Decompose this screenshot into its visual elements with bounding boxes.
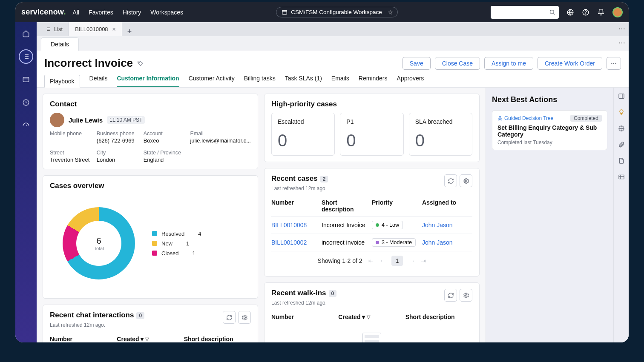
walkins-refresh-button[interactable]	[444, 289, 457, 302]
rail-gauge-icon[interactable]	[19, 118, 33, 133]
chevron-down-icon: ▾	[141, 336, 144, 342]
contact-avatar	[50, 113, 64, 127]
user-avatar[interactable]	[612, 7, 623, 17]
walkins-col-number[interactable]: Number	[271, 314, 338, 320]
tab-details[interactable]: Details	[89, 75, 108, 87]
svg-rect-15	[498, 119, 500, 120]
svg-rect-17	[619, 94, 624, 98]
donut-chart: 6 Total	[63, 207, 135, 279]
rail-clock-icon[interactable]	[19, 95, 33, 110]
walkins-col-created[interactable]: Created ▾ ▽	[338, 314, 405, 320]
nav-history[interactable]: History	[123, 9, 141, 16]
chat-col-created[interactable]: Created ▾ ▽	[117, 336, 184, 342]
walkins-refreshed: Last refreshed 12m ago.	[271, 300, 472, 306]
tab-billing-tasks[interactable]: Billing tasks	[244, 75, 276, 87]
rail-attachment-icon[interactable]	[618, 140, 625, 148]
chat-col-number[interactable]: Number	[50, 336, 117, 342]
more-actions-button[interactable]	[607, 57, 621, 70]
walkins-count-badge: 0	[329, 290, 337, 297]
case-sd: Incorrect Invoice	[322, 222, 372, 228]
chat-settings-button[interactable]	[238, 311, 251, 324]
tab-record-label: BILL0010008	[75, 26, 108, 32]
tag-icon[interactable]	[137, 60, 144, 67]
help-icon[interactable]	[582, 9, 589, 16]
stat-escalated: Escalated0	[271, 113, 335, 156]
col-number[interactable]: Number	[271, 199, 322, 213]
pager-page: 1	[391, 256, 403, 266]
legend-new-val: 1	[186, 240, 189, 247]
tab-approvers[interactable]: Approvers	[397, 75, 424, 87]
nav-all[interactable]: All	[73, 9, 80, 16]
tab-task-slas[interactable]: Task SLAs (1)	[285, 75, 322, 87]
svg-rect-19	[619, 175, 624, 179]
frame: List BILL0010008 × + ⋯ Details ⋯ Incorre…	[15, 22, 629, 342]
recent-settings-button[interactable]	[460, 174, 472, 187]
svg-rect-14	[500, 117, 501, 118]
pager-last-icon[interactable]: ⇥	[421, 257, 426, 264]
recent-cases-title: Recent cases2	[271, 174, 328, 183]
create-work-order-button[interactable]: Create Work Order	[538, 57, 602, 70]
workspace-pill[interactable]: CSM/FSM Configurable Workspace ☆	[276, 7, 398, 17]
scroll-area[interactable]: Contact Julie Lewis 11:10 AM PST Mobile …	[37, 88, 486, 342]
col-assigned[interactable]: Assigned to	[422, 199, 472, 213]
globe-icon[interactable]	[566, 9, 574, 16]
tab-record[interactable]: BILL0010008 ×	[69, 22, 122, 36]
list-icon	[45, 26, 51, 32]
case-link[interactable]: BILL0010008	[271, 222, 322, 228]
rail-globe-icon[interactable]	[618, 124, 625, 132]
tabs-overflow-icon[interactable]: ⋯	[618, 25, 625, 33]
rail-home-icon[interactable]	[19, 26, 33, 41]
case-link[interactable]: BILL0010002	[271, 239, 322, 246]
contact-name: Julie Lewis	[69, 117, 103, 124]
right-icon-rail	[613, 88, 629, 342]
page-title-text: Incorrect Invoice	[44, 57, 133, 70]
walkins-col-sd[interactable]: Short description	[405, 314, 472, 320]
rail-panel-icon[interactable]	[618, 92, 625, 100]
nba-card[interactable]: Guided Decision Tree Completed Set Billi…	[492, 110, 607, 150]
recent-count-badge: 2	[320, 176, 328, 182]
nav-favorites[interactable]: Favorites	[89, 9, 113, 16]
pager-next-icon[interactable]: →	[409, 257, 415, 264]
chat-col-sd[interactable]: Short description	[184, 336, 251, 342]
col-priority[interactable]: Priority	[372, 199, 422, 213]
filter-icon: ▽	[145, 336, 149, 342]
subtab-details[interactable]: Details	[41, 37, 79, 51]
header-utilities	[566, 7, 623, 17]
tab-customer-information[interactable]: Customer Information	[117, 75, 179, 87]
chat-refresh-button[interactable]	[223, 311, 236, 324]
rail-list-icon[interactable]	[19, 49, 33, 64]
donut-total-label: Total	[94, 246, 104, 251]
save-button[interactable]: Save	[402, 57, 431, 70]
bell-icon[interactable]	[597, 9, 605, 16]
pager-first-icon[interactable]: ⇤	[368, 257, 374, 264]
subtabs-overflow-icon[interactable]: ⋯	[618, 39, 625, 47]
table-row[interactable]: BILL0010008 Incorrect Invoice 4 - Low Jo…	[271, 217, 472, 234]
rail-document-icon[interactable]	[618, 157, 625, 164]
pager-prev-icon[interactable]: ←	[380, 257, 385, 264]
col-sd[interactable]: Short description	[322, 199, 372, 213]
recent-refresh-button[interactable]	[444, 174, 457, 187]
tab-emails[interactable]: Emails	[331, 75, 349, 87]
global-search[interactable]	[491, 6, 559, 19]
rail-inbox-icon[interactable]	[19, 72, 33, 87]
tab-reminders[interactable]: Reminders	[359, 75, 388, 87]
assignee-link[interactable]: John Jason	[422, 239, 472, 246]
assign-to-me-button[interactable]: Assign to me	[484, 57, 533, 70]
tab-customer-activity[interactable]: Customer Activity	[189, 75, 235, 87]
tab-playbook[interactable]: Playbook	[44, 75, 80, 88]
rail-grid-icon[interactable]	[618, 173, 625, 180]
star-icon[interactable]: ☆	[388, 9, 393, 16]
swatch-new	[152, 241, 157, 246]
svg-point-10	[615, 63, 616, 63]
nba-status-badge: Completed	[570, 115, 602, 122]
walkins-settings-button[interactable]	[460, 289, 472, 302]
table-row[interactable]: BILL0010002 incorrect invoice 3 - Modera…	[271, 234, 472, 251]
nav-workspaces[interactable]: Workspaces	[150, 9, 183, 16]
rail-bulb-icon[interactable]	[618, 108, 625, 116]
contact-card: Contact Julie Lewis 11:10 AM PST Mobile …	[43, 94, 258, 169]
assignee-link[interactable]: John Jason	[422, 222, 472, 228]
tab-list[interactable]: List	[39, 22, 69, 36]
add-tab-button[interactable]: +	[122, 27, 137, 36]
close-case-button[interactable]: Close Case	[435, 57, 480, 70]
close-icon[interactable]: ×	[112, 26, 116, 33]
